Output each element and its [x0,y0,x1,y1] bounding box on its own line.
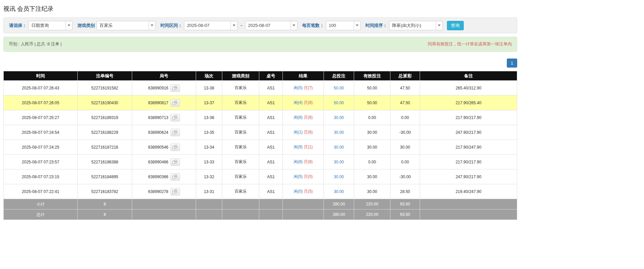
table-number-cell: AS1 [259,110,283,125]
session-cell: 13-37 [196,95,222,110]
valid-bet-cell: 30.00 [354,140,390,155]
date-to-select[interactable]: 2025-08-07 [245,21,298,30]
summary-bar: 币别 : 人民币 | 总共 :8 注单 | 同局有效投注，统一计算在该局第一张注… [3,37,517,52]
summary-row: 小计 8 280.00 220.00 93.50 [4,199,517,209]
time-range-label: 时间区间： [160,23,182,29]
time-cell: 2025-08-07 07:25:27 [4,110,78,125]
remark-cell: 247.90/217.90 [420,125,517,140]
banker-result: 庄(8) [304,159,313,164]
round-number: 638990546 [148,145,168,150]
total-bet-link[interactable]: 30.00 [334,130,344,135]
summary-total-bet: 280.00 [324,209,354,220]
payout-cell: -30.00 [390,169,420,184]
banker-result: 庄(8) [304,100,313,105]
player-result: 闲(0) [294,189,303,194]
page-size-select[interactable]: 100 [326,21,361,30]
game-type-cell: 百家乐 [222,184,259,199]
round-result-button[interactable] [171,144,180,151]
session-cell: 13-34 [196,140,222,155]
result-cards-icon [173,130,178,134]
total-bet-link[interactable]: 30.00 [334,175,344,179]
round-result-button[interactable] [171,99,180,107]
session-cell: 13-32 [196,169,222,184]
payout-cell: -30.00 [390,125,420,140]
summary-empty-result [283,209,324,220]
remark-cell: 247.90/217.90 [420,169,517,184]
total-bet-link[interactable]: 30.00 [334,145,344,150]
chevron-down-icon[interactable] [148,21,155,30]
player-result: 闲(4) [294,100,303,105]
player-result: 闲(1) [294,130,303,134]
chevron-down-icon[interactable] [230,21,237,30]
date-from-select[interactable]: 2025-08-07 [184,21,238,30]
banker-result: 庄(5) [304,189,313,194]
banker-result: 庄(0) [304,174,313,179]
valid-bet-cell: 50.00 [354,95,390,110]
column-header: 有效投注 [354,71,390,81]
result-cards-icon [173,175,178,179]
round-result-button[interactable] [171,114,180,121]
result-cards-icon [173,115,178,120]
summary-total-bet: 280.00 [324,199,354,209]
game-type-label: 游戏类别 [77,23,95,29]
summary-empty-round [132,209,196,220]
time-cell: 2025-08-07 07:22:41 [4,184,78,199]
payout-cell: 30.00 [390,140,420,155]
remark-cell: 219.40/247.90 [420,184,517,199]
round-result-button[interactable] [171,84,180,92]
banker-result: 庄(1) [304,145,313,149]
column-header: 总投注 [324,71,354,81]
round-cell: 638990546 [132,140,196,155]
table-number-cell: AS1 [259,95,283,110]
search-button[interactable]: 查询 [447,21,464,30]
page-container: 视讯 会员下注纪录 请选择： 日期查询 游戏类别 百家乐 时间区间： 2025-… [0,0,521,227]
banker-result: 庄(6) [304,115,313,120]
game-type-select[interactable]: 百家乐 [97,21,156,30]
round-cell: 638990366 [132,169,196,184]
query-type-select[interactable]: 日期查询 [28,21,73,30]
total-bet-link[interactable]: 30.00 [334,160,344,164]
sort-order-select[interactable]: 降幂(由大到小) [389,21,443,30]
time-cell: 2025-08-07 07:26:43 [4,81,78,95]
bet-id-cell: 522716189319 [78,110,132,125]
date-range-separator: ~ [240,23,243,28]
round-result-button[interactable] [171,158,180,166]
round-result-button[interactable] [171,173,180,181]
valid-bet-cell: 30.00 [354,169,390,184]
total-bet-link[interactable]: 30.00 [334,189,344,194]
summary-count: 8 [78,199,132,209]
date-from-value: 2025-08-07 [184,21,230,30]
total-bet-link[interactable]: 50.00 [334,86,344,90]
summary-empty-table [259,199,283,209]
date-to-value: 2025-08-07 [245,21,290,30]
round-result-button[interactable] [171,129,180,136]
total-bet-cell: 30.00 [324,184,354,199]
table-row: 2025-08-07 07:24:54 522716188229 6389906… [4,125,517,140]
round-number: 638990916 [148,86,168,90]
chevron-down-icon[interactable] [435,21,443,30]
bet-id-cell: 522716191582 [78,81,132,95]
column-header: 时间 [4,71,78,81]
bet-id-cell: 522716190430 [78,95,132,110]
result-cell: 闲(9) 庄(1) [283,140,324,155]
round-result-button[interactable] [171,188,180,195]
session-cell: 13-36 [196,110,222,125]
round-number: 638990366 [148,175,168,179]
payout-cell: 0.00 [390,110,420,125]
session-cell: 13-38 [196,81,222,95]
payout-cell: 28.50 [390,184,420,199]
total-bet-link[interactable]: 30.00 [334,115,344,120]
chevron-down-icon[interactable] [290,21,297,30]
session-cell: 13-31 [196,184,222,199]
player-result: 闲(5) [294,85,303,90]
result-cell: 闲(4) 庄(8) [283,95,324,110]
chevron-down-icon[interactable] [353,21,361,30]
round-cell: 638990624 [132,125,196,140]
total-bet-cell: 30.00 [324,169,354,184]
total-bet-cell: 30.00 [324,140,354,155]
pagination-page-1[interactable]: 1 [507,59,517,68]
total-bet-link[interactable]: 50.00 [334,101,344,105]
column-header: 游戏类别 [222,71,259,81]
chevron-down-icon[interactable] [65,21,72,30]
table-row: 2025-08-07 07:26:43 522716191582 6389909… [4,81,517,95]
